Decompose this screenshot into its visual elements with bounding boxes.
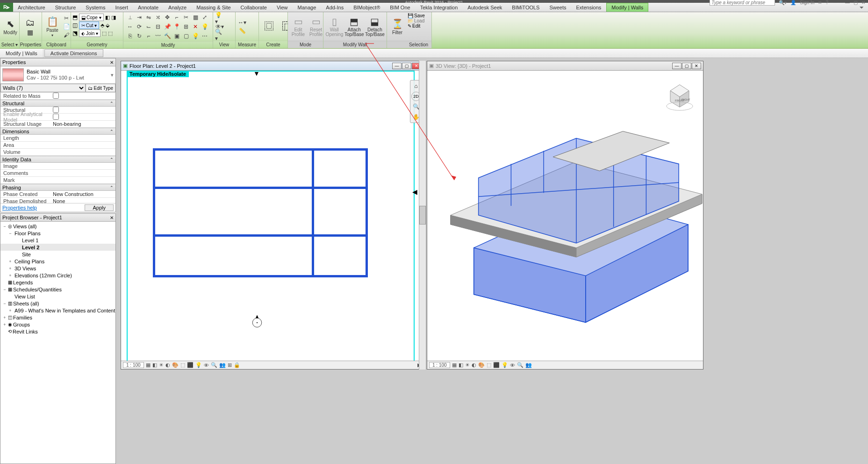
3d-detail-level-button[interactable]: ▦	[452, 362, 457, 368]
view-temp-button[interactable]: 🔍▾	[215, 31, 224, 39]
3d-reveal-button[interactable]: 🔍	[517, 362, 524, 368]
unpin-button[interactable]: 📍	[172, 22, 181, 31]
wall-exterior[interactable]	[153, 148, 368, 277]
tab-modify-walls[interactable]: Modify | Walls	[606, 3, 648, 12]
tab-architecture[interactable]: Architecture	[13, 3, 50, 12]
tab-bim-one[interactable]: BIM One	[385, 3, 415, 12]
prop-row[interactable]: Volume	[0, 149, 115, 156]
mirror-draw-button[interactable]: ⤭	[153, 13, 163, 22]
filter-button[interactable]: ⏳Filter	[389, 18, 406, 35]
cut-geometry-button[interactable]: ✂Cut ▾	[79, 22, 99, 29]
temp-hide-button[interactable]: 👁	[204, 362, 209, 368]
apply-button[interactable]: Apply	[85, 204, 114, 211]
signin-button[interactable]: Sign In	[800, 0, 814, 5]
load-selection-button[interactable]: 📂Load	[408, 18, 424, 23]
tab-structure[interactable]: Structure	[50, 3, 81, 12]
tree-node[interactable]: +3D Views	[0, 265, 115, 272]
tab-systems[interactable]: Systems	[81, 3, 110, 12]
3d-scale-selector[interactable]: 1 : 100	[429, 362, 450, 368]
notch-icon[interactable]: ⬒	[72, 14, 78, 21]
tree-node[interactable]: +◉Groups	[0, 321, 115, 328]
tree-node[interactable]: ▦Legends	[0, 279, 115, 286]
tree-node[interactable]: ⟲Revit Links	[0, 328, 115, 335]
measure-align-button[interactable]: ↔▾	[237, 18, 247, 27]
type-dropdown-icon[interactable]: ▾	[111, 72, 114, 78]
prop-row[interactable]: Comments	[0, 170, 115, 177]
group-button[interactable]: ▣	[172, 32, 181, 40]
3d-maximize-button[interactable]: ▢	[682, 63, 691, 69]
instance-filter-select[interactable]: Walls (7)	[0, 84, 86, 92]
pin-button[interactable]: 📌	[163, 22, 172, 31]
view-hide-button[interactable]: 💡▾	[215, 14, 224, 22]
save-selection-button[interactable]: 💾Save	[408, 13, 425, 18]
properties-button[interactable]: 🗂 ▦	[22, 17, 38, 36]
search-toggle-icon[interactable]: 🔍▾	[779, 0, 787, 5]
small-geom2-icon[interactable]: ◨	[111, 14, 116, 21]
edit-type-button[interactable]: 🗂Edit Type	[86, 84, 115, 92]
ungroup-button[interactable]: ▢	[181, 32, 191, 40]
property-grid[interactable]: Related to MassStructural⌃StructuralEnab…	[0, 93, 115, 203]
3d-close-button[interactable]: ✕	[692, 63, 701, 69]
tree-node[interactable]: Level 1	[0, 237, 115, 244]
array2-button[interactable]: ⊞	[181, 22, 191, 31]
tree-expand-icon[interactable]: −	[2, 224, 7, 229]
3d-visual-style-button[interactable]: ◧	[459, 362, 463, 368]
hide-button[interactable]: 💡	[200, 22, 209, 31]
split-icon[interactable]: ◫	[72, 22, 78, 29]
3d-crop-show-button[interactable]: ⬛	[493, 362, 500, 368]
3d-canvas[interactable]: FRONT RIGHT	[427, 71, 703, 369]
copy-clipboard-button[interactable]: 📄	[62, 22, 71, 31]
tab-massing-site[interactable]: Massing & Site	[192, 3, 236, 12]
tree-node[interactable]: +Elevations (12mm Circle)	[0, 272, 115, 279]
trim-ext-button[interactable]: ⌙	[144, 22, 153, 31]
prop-row[interactable]: Area	[0, 142, 115, 149]
prop-category[interactable]: Structural⌃	[0, 100, 115, 107]
tree-node[interactable]: −Floor Plans	[0, 230, 115, 237]
tree-expand-icon[interactable]: +	[8, 266, 13, 271]
activate-dimensions-button[interactable]: Activate Dimensions	[44, 49, 103, 57]
match-type-button[interactable]: 🖌	[62, 31, 71, 39]
3d-view-window[interactable]: ▣ 3D View: {3D} - Project1 — ▢ ✕	[427, 61, 703, 370]
project-browser-tree[interactable]: −◎Views (all)−Floor PlansLevel 1Level 2S…	[0, 222, 115, 464]
panel-select[interactable]: Select ▾	[0, 41, 19, 48]
prop-category[interactable]: Identity Data⌃	[0, 156, 115, 163]
prop-checkbox[interactable]	[53, 107, 59, 113]
worksharing-button[interactable]: 👥	[219, 362, 226, 368]
prop-category[interactable]: Dimensions⌃	[0, 128, 115, 135]
prop-checkbox[interactable]	[53, 114, 59, 120]
tab-insert[interactable]: Insert	[111, 3, 134, 12]
scale-selector[interactable]: 1 : 100	[123, 362, 144, 368]
tree-node[interactable]: +◫Families	[0, 314, 115, 321]
prop-row[interactable]: Image	[0, 163, 115, 170]
section-marker-top[interactable]: ▼	[253, 71, 260, 77]
delete-button[interactable]: ✕	[191, 22, 200, 31]
reveal-constraints-button[interactable]: 🔒	[234, 362, 240, 368]
3d-unhide-button[interactable]: 💡	[502, 362, 508, 368]
view-minimize-button[interactable]: —	[392, 63, 402, 69]
small-geom6-icon[interactable]: ⬚	[108, 30, 113, 36]
north-arrow-icon[interactable]	[250, 314, 264, 328]
wall-interior-h1[interactable]	[153, 187, 368, 189]
tree-expand-icon[interactable]: +	[8, 259, 13, 264]
wall-interior-v1[interactable]	[312, 148, 314, 277]
analytical-button[interactable]: ⊞	[228, 362, 232, 368]
array-button[interactable]: ▦	[191, 13, 200, 22]
3d-render-button[interactable]: 🎨	[478, 362, 485, 368]
move2-button[interactable]: ↔	[125, 22, 135, 31]
prop-checkbox[interactable]	[53, 93, 59, 99]
section-marker-right[interactable]: ◀	[412, 188, 417, 196]
prop-row[interactable]: Enable Analytical Model	[0, 114, 115, 121]
3d-shadows-button[interactable]: ◐	[472, 362, 476, 368]
split-element-button[interactable]: ✂	[181, 13, 191, 22]
prop-row[interactable]: Mark	[0, 177, 115, 184]
tree-expand-icon[interactable]: +	[8, 308, 13, 313]
tab-annotate[interactable]: Annotate	[133, 3, 164, 12]
tree-node[interactable]: +Ceiling Plans	[0, 258, 115, 265]
prop-row[interactable]: Related to Mass	[0, 93, 115, 100]
prop-category[interactable]: Phasing⌃	[0, 184, 115, 191]
prop-row[interactable]: Structural UsageNon-bearing	[0, 121, 115, 128]
join-button[interactable]: ⬖Join ▾	[79, 29, 100, 37]
render-button[interactable]: 🎨	[172, 362, 179, 368]
copy-button[interactable]: ⎘	[125, 32, 135, 40]
small-geom1-icon[interactable]: ◧	[105, 14, 110, 21]
